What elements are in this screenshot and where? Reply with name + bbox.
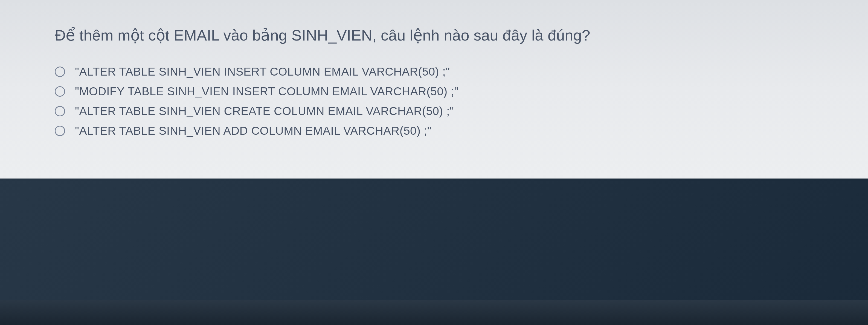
radio-icon[interactable] [55, 86, 65, 97]
option-label: "ALTER TABLE SINH_VIEN ADD COLUMN EMAIL … [75, 124, 431, 138]
option-label: "ALTER TABLE SINH_VIEN INSERT COLUMN EMA… [75, 65, 450, 78]
option-row-1[interactable]: "ALTER TABLE SINH_VIEN INSERT COLUMN EMA… [55, 65, 813, 78]
options-container: "ALTER TABLE SINH_VIEN INSERT COLUMN EMA… [55, 65, 813, 138]
radio-icon[interactable] [55, 106, 65, 116]
option-row-2[interactable]: "MODIFY TABLE SINH_VIEN INSERT COLUMN EM… [55, 85, 813, 98]
radio-icon[interactable] [55, 66, 65, 77]
question-card: Để thêm một cột EMAIL vào bảng SINH_VIEN… [0, 0, 868, 179]
option-row-4[interactable]: "ALTER TABLE SINH_VIEN ADD COLUMN EMAIL … [55, 124, 813, 138]
option-row-3[interactable]: "ALTER TABLE SINH_VIEN CREATE COLUMN EMA… [55, 105, 813, 118]
option-label: "ALTER TABLE SINH_VIEN CREATE COLUMN EMA… [75, 105, 454, 118]
bottom-bar [0, 300, 868, 325]
radio-icon[interactable] [55, 126, 65, 136]
option-label: "MODIFY TABLE SINH_VIEN INSERT COLUMN EM… [75, 85, 459, 98]
question-text: Để thêm một cột EMAIL vào bảng SINH_VIEN… [55, 25, 813, 46]
